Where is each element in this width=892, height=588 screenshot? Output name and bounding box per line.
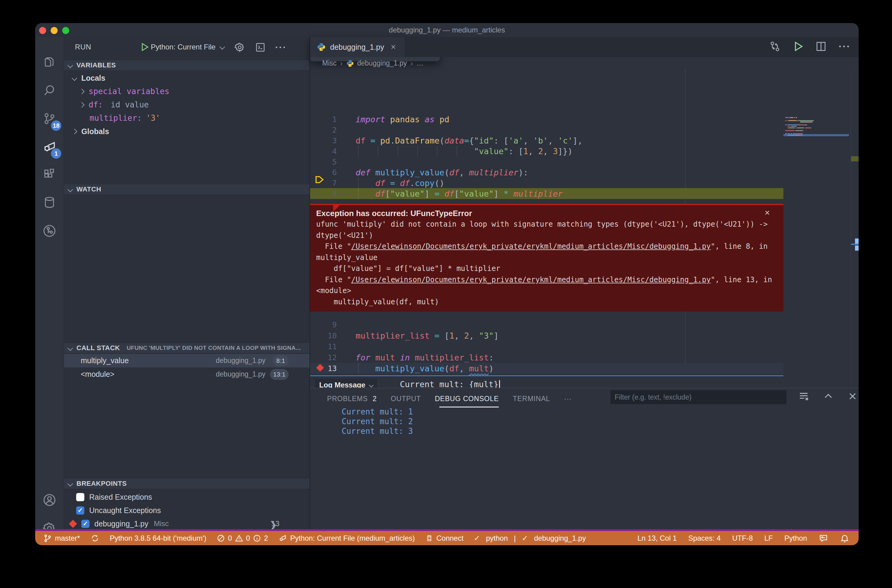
breadcrumb-separator: ›	[340, 59, 343, 68]
traceback-file-line: File "/Users/elewinson/Documents/eryk_pr…	[316, 276, 772, 284]
explorer-icon[interactable]	[35, 48, 64, 76]
debug-config-dropdown[interactable]: Python: Current File	[151, 43, 216, 51]
file-path-link[interactable]: /Users/elewinson/Documents/eryk_private/…	[351, 242, 711, 250]
logpoint-input[interactable]: Current mult: {mult}	[400, 380, 500, 388]
python-interpreter-item[interactable]: Python 3.8.5 64-bit ('medium')	[110, 534, 207, 543]
breadcrumb-folder[interactable]: Misc	[322, 59, 336, 68]
globals-group[interactable]: Globals	[64, 125, 310, 138]
language-mode-item[interactable]: Python	[784, 534, 807, 543]
overview-cursor-marker	[855, 238, 859, 244]
run-and-debug-icon[interactable]: 1	[35, 133, 64, 160]
notifications-bell-icon[interactable]	[840, 533, 850, 543]
sync-icon[interactable]	[90, 534, 99, 543]
variables-section-header[interactable]: VARIABLES	[64, 60, 310, 71]
code-line[interactable]: 10multiplier_list = [1, 2, "3"]	[310, 330, 783, 341]
logpoint-diamond-icon[interactable]	[317, 365, 323, 370]
source-control-icon[interactable]: 18	[35, 105, 64, 133]
breakpoints-section-header[interactable]: BREAKPOINTS	[64, 478, 310, 489]
chevron-down-icon	[67, 345, 73, 351]
tab-label: debugging_1.py	[330, 43, 384, 52]
feedback-icon[interactable]	[819, 533, 828, 543]
special-variables-row[interactable]: special variables	[64, 85, 310, 98]
cursor-position-item[interactable]: Ln 13, Col 1	[637, 534, 676, 543]
call-stack-section-header[interactable]: CALL STACK UFUNC 'MULTIPLY' DID NOT CONT…	[64, 342, 310, 354]
overview-ruler[interactable]	[851, 69, 859, 388]
breakpoint-row-raised[interactable]: Raised Exceptions	[64, 490, 310, 504]
tab-output[interactable]: OUTPUT	[391, 395, 421, 403]
breakpoint-row-uncaught[interactable]: ✓ Uncaught Exceptions	[64, 504, 310, 517]
split-editor-icon[interactable]	[815, 40, 827, 54]
breadcrumb-file[interactable]: debugging_1.py	[357, 59, 407, 68]
tab-debugging-file[interactable]: debugging_1.py ×	[310, 37, 405, 57]
code-line[interactable]: 11	[310, 341, 783, 352]
tab-terminal[interactable]: TERMINAL	[513, 395, 550, 403]
df-variable-row[interactable]: df: id value	[64, 98, 310, 111]
indentation-item[interactable]: Spaces: 4	[688, 534, 721, 543]
tab-close-icon[interactable]: ×	[391, 42, 396, 52]
debug-config-item[interactable]: Python: Current File (medium_articles)	[278, 534, 415, 543]
more-actions-icon[interactable]	[838, 44, 850, 50]
encoding-item[interactable]: UTF-8	[732, 534, 753, 543]
open-changes-icon[interactable]	[769, 40, 781, 54]
code-line[interactable]: 5	[310, 156, 783, 167]
close-icon[interactable]: ×	[765, 207, 770, 218]
database-icon[interactable]	[35, 188, 64, 216]
problems-summary[interactable]: 0 0 2	[217, 534, 268, 543]
code-line[interactable]: 8 df["value"] = df["value"] * multiplier	[310, 188, 783, 199]
code-line[interactable]: 9	[310, 319, 783, 330]
breadcrumb-more[interactable]: …	[417, 59, 424, 68]
git-branch-item[interactable]: master*	[43, 534, 80, 543]
eol-item[interactable]: LF	[764, 534, 773, 543]
filter-input[interactable]: Filter (e.g. text, !exclude)	[610, 390, 786, 404]
checkbox-checked[interactable]: ✓	[76, 506, 84, 514]
traceback-line: dtype('<U21')	[316, 231, 373, 240]
start-debug-icon[interactable]	[139, 42, 150, 53]
locals-group[interactable]: Locals	[64, 71, 310, 85]
panel-more-tabs-icon[interactable]: ···	[564, 395, 572, 403]
debug-console-icon[interactable]	[255, 42, 266, 54]
debug-settings-gear-icon[interactable]	[234, 42, 246, 54]
checkbox-checked[interactable]: ✓	[81, 520, 90, 528]
file-path-link[interactable]: /Users/elewinson/Documents/eryk_private/…	[351, 276, 711, 284]
traceback-file-line: File "/Users/elewinson/Documents/eryk_pr…	[316, 242, 768, 250]
more-actions-icon[interactable]	[274, 44, 286, 52]
account-icon[interactable]	[35, 486, 64, 514]
checkbox-unchecked[interactable]	[76, 493, 84, 501]
code-text: def multiply_value(df, multiplier):	[355, 168, 528, 177]
code-line[interactable]: 13 multiply_value(df, mult)	[310, 363, 783, 374]
multiplier-variable-row[interactable]: multiplier: '3'	[64, 111, 310, 125]
chevron-right-icon[interactable]: ❯	[270, 519, 277, 530]
call-stack-frame[interactable]: <module>debugging_1.py13:1	[64, 368, 310, 381]
gitlens-icon[interactable]	[35, 217, 64, 245]
traceback-line: multiply_value(df, mult)	[316, 298, 439, 306]
code-editor[interactable]: 1import pandas as pd23df = pd.DataFrame(…	[310, 69, 859, 388]
chevron-down-icon	[67, 63, 73, 68]
tab-problems[interactable]: PROBLEMS2	[327, 395, 377, 403]
chevron-down-icon	[67, 481, 73, 486]
code-line[interactable]: 4 "value": [1, 2, 3]})	[310, 146, 783, 156]
debug-sidebar: RUN Python: Current File VARIABLES Local…	[64, 37, 310, 529]
run-file-icon[interactable]	[792, 40, 804, 54]
code-line[interactable]: 2	[310, 124, 783, 135]
connect-item[interactable]: Connect	[425, 534, 463, 543]
code-line[interactable]: 6def multiply_value(df, multiplier):	[310, 167, 783, 178]
extensions-icon[interactable]	[35, 160, 64, 188]
current-frame-arrow-icon[interactable]	[314, 174, 325, 186]
watch-section-header[interactable]: WATCH	[64, 184, 310, 195]
maximize-panel-icon[interactable]	[823, 391, 834, 403]
code-line[interactable]: 3df = pd.DataFrame(data={"id": ['a', 'b'…	[310, 135, 783, 146]
code-line[interactable]: 7 df = df.copy()	[310, 177, 783, 188]
problems-count-badge: 2	[373, 395, 377, 403]
code-line[interactable]: 12for mult in multiplier_list:	[310, 352, 783, 363]
close-panel-icon[interactable]	[847, 391, 858, 403]
tab-debug-console[interactable]: DEBUG CONSOLE	[435, 395, 499, 403]
logpoint-kind-dropdown[interactable]: Log Message	[315, 379, 377, 388]
linter-status-item[interactable]: ✓python|✓debugging_1.py	[474, 534, 586, 543]
chevron-down-icon[interactable]	[219, 44, 225, 50]
search-icon[interactable]	[35, 76, 64, 104]
filter-list-icon[interactable]	[798, 390, 810, 403]
console-output-line: Current mult: 1	[342, 407, 413, 416]
call-stack-frame[interactable]: multiply_valuedebugging_1.py8:1	[64, 354, 310, 368]
code-line[interactable]: 1import pandas as pd	[310, 114, 783, 125]
minimap[interactable]	[783, 69, 851, 388]
